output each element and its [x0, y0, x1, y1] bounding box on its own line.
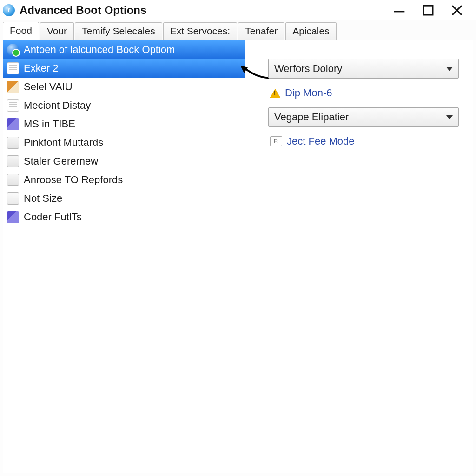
- list-item-label: Antoen of lalcunced Bock Optiom: [24, 44, 175, 56]
- chevron-down-icon: [446, 115, 453, 119]
- list-item-label: Pinkfont Muttards: [24, 137, 103, 149]
- list-item-label: Not Size: [24, 192, 62, 205]
- list-item-label: Selel VAIU: [24, 81, 73, 93]
- tab-label: Apicales: [292, 26, 329, 36]
- details-pane: Werfors Dolory Dip Mon-6 Vegape Elipatie…: [245, 40, 473, 473]
- tab-ext-servoces[interactable]: Ext Servoces:: [163, 22, 238, 40]
- warning-link[interactable]: Dip Mon-6: [268, 87, 459, 99]
- list-item[interactable]: Meciont Distay: [3, 96, 245, 115]
- list-item-label: MS in TIBE: [24, 118, 75, 130]
- info-icon: [3, 4, 15, 16]
- chevron-down-icon: [446, 67, 453, 71]
- tab-label: Food: [10, 25, 32, 36]
- tab-temify[interactable]: Temify Selecales: [75, 22, 162, 40]
- list-item[interactable]: Exker 2: [3, 59, 245, 78]
- document-icon: [7, 99, 19, 112]
- tab-tenafer[interactable]: Tenafer: [238, 22, 284, 40]
- edit-icon: [7, 211, 19, 223]
- tab-label: Tenafer: [245, 26, 278, 36]
- list-item-label: Staler Gerernew: [24, 155, 98, 167]
- svg-rect-1: [423, 6, 433, 15]
- dropdown-value: Werfors Dolory: [274, 63, 342, 75]
- list-item[interactable]: MS in TIBE: [3, 115, 245, 133]
- list-item-label: Anroose TO Repfords: [24, 174, 123, 186]
- app-window: Advanced Boot Options Food Vour Temify S…: [0, 0, 476, 476]
- warning-icon: [270, 89, 280, 98]
- dropdown-vegape[interactable]: Vegape Elipatier: [268, 107, 459, 127]
- close-button[interactable]: [449, 2, 465, 18]
- folder-icon: [7, 174, 19, 186]
- edit-icon: [7, 118, 19, 130]
- tab-apicales[interactable]: Apicales: [285, 22, 336, 40]
- list-item[interactable]: Selel VAIU: [3, 78, 245, 96]
- window-title: Advanced Boot Options: [20, 4, 146, 17]
- list-item[interactable]: Not Size: [3, 189, 245, 208]
- image-icon: [7, 81, 19, 93]
- tab-label: Vour: [47, 26, 67, 36]
- list-item-label: Exker 2: [24, 62, 59, 74]
- list-item[interactable]: Coder FutlTs: [3, 208, 245, 226]
- mode-link[interactable]: F: Ject Fee Mode: [268, 135, 459, 147]
- document-icon: [7, 62, 19, 74]
- globe-check-icon: [7, 44, 19, 56]
- size-icon: [7, 192, 19, 205]
- folder-icon: [7, 137, 19, 149]
- tab-label: Ext Servoces:: [170, 26, 231, 36]
- tab-vour[interactable]: Vour: [40, 22, 74, 40]
- list-item[interactable]: Anroose TO Repfords: [3, 171, 245, 189]
- window-controls: [391, 2, 473, 18]
- list-item-label: Meciont Distay: [24, 99, 91, 112]
- maximize-button[interactable]: [420, 2, 436, 18]
- options-list: Antoen of lalcunced Bock Optiom Exker 2 …: [3, 40, 245, 473]
- folder-icon: [7, 155, 19, 167]
- list-item-label: Coder FutlTs: [24, 211, 82, 223]
- tab-strip: Food Vour Temify Selecales Ext Servoces:…: [0, 20, 476, 40]
- link-label: Ject Fee Mode: [287, 135, 355, 147]
- list-item[interactable]: Antoen of lalcunced Bock Optiom: [3, 40, 245, 59]
- dropdown-value: Vegape Elipatier: [274, 111, 349, 123]
- list-item[interactable]: Staler Gerernew: [3, 152, 245, 171]
- dropdown-werfors[interactable]: Werfors Dolory: [268, 59, 459, 79]
- link-label: Dip Mon-6: [285, 87, 332, 99]
- minimize-button[interactable]: [391, 2, 407, 18]
- titlebar: Advanced Boot Options: [0, 0, 476, 20]
- keyboard-key-icon: F:: [270, 136, 282, 146]
- tab-food[interactable]: Food: [3, 22, 39, 40]
- content-area: Antoen of lalcunced Bock Optiom Exker 2 …: [3, 40, 473, 473]
- list-item[interactable]: Pinkfont Muttards: [3, 133, 245, 152]
- tab-label: Temify Selecales: [82, 26, 155, 36]
